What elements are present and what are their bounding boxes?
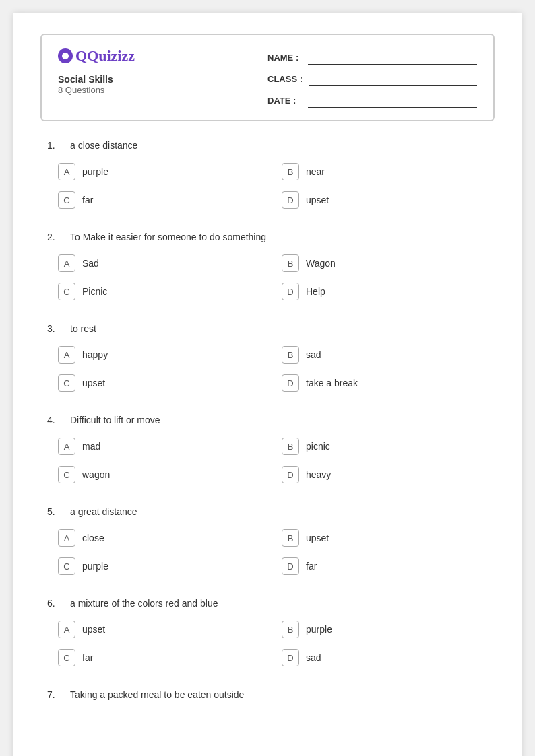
answer-text-3-d: take a break xyxy=(306,378,358,388)
answer-text-4-c: wagon xyxy=(82,469,110,480)
answer-letter-a: A xyxy=(58,163,75,180)
answer-letter-c: C xyxy=(58,283,75,300)
answer-letter-b: B xyxy=(282,621,299,638)
name-input[interactable] xyxy=(308,50,477,65)
answer-option-1-d[interactable]: Dupset xyxy=(278,188,488,211)
question-text-4: 4.Difficult to lift or move xyxy=(47,415,488,425)
answer-option-2-a[interactable]: ASad xyxy=(54,252,264,275)
question-block-5: 5.a great distanceAcloseBupsetCpurpleDfa… xyxy=(47,506,488,578)
question-body-7: Taking a packed meal to be eaten outside xyxy=(70,689,244,700)
answer-option-5-d[interactable]: Dfar xyxy=(278,555,488,578)
answer-text-3-b: sad xyxy=(306,349,321,360)
answer-letter-c: C xyxy=(58,466,75,483)
answer-letter-b: B xyxy=(282,346,299,364)
date-input[interactable] xyxy=(308,93,477,108)
header: QQuizizz Social Skills 8 Questions NAME … xyxy=(40,34,495,121)
header-left: QQuizizz Social Skills 8 Questions xyxy=(58,47,268,95)
answers-grid-1: ApurpleBnearCfarDupset xyxy=(47,160,488,211)
logo-text: QQuizizz xyxy=(75,47,135,65)
answer-letter-c: C xyxy=(58,649,75,666)
answer-letter-b: B xyxy=(282,529,299,547)
answer-letter-b: B xyxy=(282,163,299,180)
answer-text-5-a: close xyxy=(82,532,104,543)
answer-text-1-d: upset xyxy=(306,195,329,205)
question-number-2: 2. xyxy=(47,232,63,242)
answer-text-2-b: Wagon xyxy=(306,258,336,269)
class-field-row: CLASS : xyxy=(268,71,477,86)
answer-option-1-c[interactable]: Cfar xyxy=(54,188,264,211)
question-text-3: 3.to rest xyxy=(47,323,488,334)
header-right: NAME : CLASS : DATE : xyxy=(268,47,477,108)
answer-text-3-c: upset xyxy=(82,378,105,388)
answer-text-5-d: far xyxy=(306,561,317,572)
answer-option-1-b[interactable]: Bnear xyxy=(278,160,488,183)
answer-option-3-a[interactable]: Ahappy xyxy=(54,343,264,366)
question-number-4: 4. xyxy=(47,415,63,425)
class-label: CLASS : xyxy=(268,74,303,84)
answer-letter-d: D xyxy=(282,557,299,575)
logo: QQuizizz xyxy=(58,47,268,65)
answer-option-4-c[interactable]: Cwagon xyxy=(54,463,264,486)
answer-text-4-d: heavy xyxy=(306,469,331,480)
answer-option-3-b[interactable]: Bsad xyxy=(278,343,488,366)
class-input[interactable] xyxy=(309,71,477,86)
answer-text-2-c: Picnic xyxy=(82,286,107,297)
answer-text-2-a: Sad xyxy=(82,258,99,269)
answer-letter-b: B xyxy=(282,438,299,455)
question-text-2: 2.To Make it easier for someone to do so… xyxy=(47,232,488,242)
answer-letter-d: D xyxy=(282,374,299,392)
name-label: NAME : xyxy=(268,53,301,63)
answer-option-2-c[interactable]: CPicnic xyxy=(54,280,264,303)
answer-text-6-b: purple xyxy=(306,624,332,635)
question-body-4: Difficult to lift or move xyxy=(70,415,160,425)
question-number-5: 5. xyxy=(47,506,63,517)
page: QQuizizz Social Skills 8 Questions NAME … xyxy=(13,13,522,756)
answer-option-2-b[interactable]: BWagon xyxy=(278,252,488,275)
answer-text-4-b: picnic xyxy=(306,441,330,452)
question-body-6: a mixture of the colors red and blue xyxy=(70,598,218,609)
answers-grid-5: AcloseBupsetCpurpleDfar xyxy=(47,526,488,578)
question-number-7: 7. xyxy=(47,689,63,700)
question-body-5: a great distance xyxy=(70,506,137,517)
answers-grid-3: AhappyBsadCupsetDtake a break xyxy=(47,343,488,394)
answer-letter-c: C xyxy=(58,191,75,209)
answer-text-4-a: mad xyxy=(82,441,100,452)
questions-container: 1.a close distanceApurpleBnearCfarDupset… xyxy=(40,140,495,700)
answer-option-4-a[interactable]: Amad xyxy=(54,435,264,458)
answer-option-1-a[interactable]: Apurple xyxy=(54,160,264,183)
question-text-1: 1.a close distance xyxy=(47,140,488,151)
answer-text-6-a: upset xyxy=(82,624,105,635)
question-text-6: 6.a mixture of the colors red and blue xyxy=(47,598,488,609)
answer-option-4-d[interactable]: Dheavy xyxy=(278,463,488,486)
answer-option-3-d[interactable]: Dtake a break xyxy=(278,372,488,394)
answer-option-4-b[interactable]: Bpicnic xyxy=(278,435,488,458)
answer-letter-c: C xyxy=(58,557,75,575)
answer-option-6-d[interactable]: Dsad xyxy=(278,646,488,669)
answer-option-3-c[interactable]: Cupset xyxy=(54,372,264,394)
quiz-title: Social Skills xyxy=(58,74,268,85)
answer-option-6-a[interactable]: Aupset xyxy=(54,618,264,641)
answer-option-6-b[interactable]: Bpurple xyxy=(278,618,488,641)
answers-grid-2: ASadBWagonCPicnicDHelp xyxy=(47,252,488,303)
question-text-7: 7.Taking a packed meal to be eaten outsi… xyxy=(47,689,488,700)
answer-letter-d: D xyxy=(282,466,299,483)
question-text-5: 5.a great distance xyxy=(47,506,488,517)
answer-letter-a: A xyxy=(58,254,75,272)
name-field-row: NAME : xyxy=(268,50,477,65)
answer-letter-a: A xyxy=(58,346,75,364)
date-label: DATE : xyxy=(268,96,301,106)
answer-letter-a: A xyxy=(58,529,75,547)
answers-grid-4: AmadBpicnicCwagonDheavy xyxy=(47,435,488,486)
question-block-3: 3.to restAhappyBsadCupsetDtake a break xyxy=(47,323,488,394)
question-block-7: 7.Taking a packed meal to be eaten outsi… xyxy=(47,689,488,700)
answer-option-5-a[interactable]: Aclose xyxy=(54,526,264,549)
answer-text-2-d: Help xyxy=(306,286,325,297)
answer-letter-b: B xyxy=(282,254,299,272)
answer-option-6-c[interactable]: Cfar xyxy=(54,646,264,669)
quizizz-logo-icon xyxy=(58,48,73,63)
answer-text-1-b: near xyxy=(306,166,325,177)
answer-option-2-d[interactable]: DHelp xyxy=(278,280,488,303)
question-block-4: 4.Difficult to lift or moveAmadBpicnicCw… xyxy=(47,415,488,486)
answer-option-5-b[interactable]: Bupset xyxy=(278,526,488,549)
answer-option-5-c[interactable]: Cpurple xyxy=(54,555,264,578)
